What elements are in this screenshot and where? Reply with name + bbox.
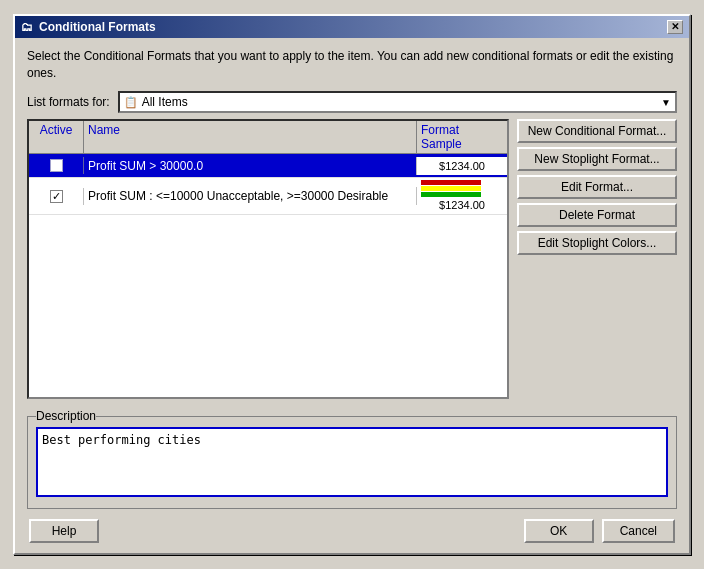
list-formats-dropdown[interactable]: 📋 All Items ▼ (118, 91, 677, 113)
dropdown-icon: 📋 (124, 96, 138, 109)
header-active: Active (29, 121, 84, 153)
description-input[interactable] (36, 427, 668, 497)
list-formats-label: List formats for: (27, 95, 110, 109)
action-buttons-panel: New Conditional Format... New Stoplight … (517, 119, 677, 399)
delete-format-button[interactable]: Delete Format (517, 203, 677, 227)
sample-cell-2: $1234.00 (417, 178, 507, 214)
stoplight-bars (421, 180, 503, 197)
new-stoplight-format-button[interactable]: New Stoplight Format... (517, 147, 677, 171)
formats-table: Active Name Format Sample Profit SUM > 3… (27, 119, 509, 399)
help-button[interactable]: Help (29, 519, 99, 543)
table-row[interactable]: Profit SUM > 30000.0 $1234.00 (29, 154, 507, 178)
ok-button[interactable]: OK (524, 519, 594, 543)
intro-text: Select the Conditional Formats that you … (27, 48, 677, 82)
bottom-buttons-bar: Help OK Cancel (27, 519, 677, 543)
active-cell-2: ✓ (29, 188, 84, 205)
stoplight-bar-red (421, 180, 481, 185)
description-legend: Description (36, 409, 96, 423)
sample-cell-1: $1234.00 (417, 157, 507, 175)
name-cell-2: Profit SUM : <=10000 Unacceptable, >=300… (84, 187, 417, 205)
stoplight-bar-yellow (421, 186, 481, 191)
active-checkbox-1[interactable] (50, 159, 63, 172)
chevron-down-icon: ▼ (661, 97, 671, 108)
cancel-button[interactable]: Cancel (602, 519, 675, 543)
table-body: Profit SUM > 30000.0 $1234.00 ✓ Profit S… (29, 154, 507, 215)
window-title: Conditional Formats (39, 20, 156, 34)
sample-value-1: $1234.00 (439, 160, 485, 172)
table-row[interactable]: ✓ Profit SUM : <=10000 Unacceptable, >=3… (29, 178, 507, 215)
new-conditional-format-button[interactable]: New Conditional Format... (517, 119, 677, 143)
title-bar: 🗂 Conditional Formats ✕ (15, 16, 689, 38)
active-cell-1 (29, 157, 84, 174)
edit-stoplight-colors-button[interactable]: Edit Stoplight Colors... (517, 231, 677, 255)
window-icon: 🗂 (21, 20, 33, 34)
table-header: Active Name Format Sample (29, 121, 507, 154)
active-checkbox-2[interactable]: ✓ (50, 190, 63, 203)
close-button[interactable]: ✕ (667, 20, 683, 34)
conditional-formats-window: 🗂 Conditional Formats ✕ Select the Condi… (13, 14, 691, 556)
sample-value-2: $1234.00 (439, 199, 485, 211)
edit-format-button[interactable]: Edit Format... (517, 175, 677, 199)
header-sample: Format Sample (417, 121, 507, 153)
description-fieldset: Description (27, 409, 677, 509)
name-cell-1: Profit SUM > 30000.0 (84, 157, 417, 175)
header-name: Name (84, 121, 417, 153)
stoplight-bar-green (421, 192, 481, 197)
dropdown-value: All Items (142, 95, 188, 109)
